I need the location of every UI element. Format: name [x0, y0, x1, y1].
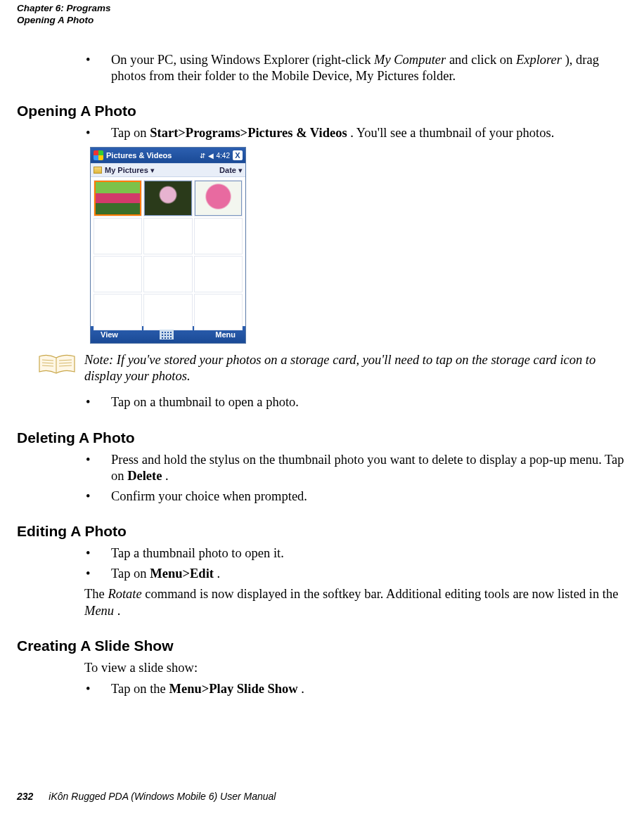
- bullet-list: • Press and hold the stylus on the thumb…: [84, 452, 627, 505]
- paragraph: To view a slide show:: [84, 660, 627, 677]
- bullet-dot: •: [84, 452, 111, 484]
- section-heading-6-10-2: 6.10.2 Opening A Photo: [17, 103, 627, 119]
- bullet-list: • Tap on a thumbnail to open a photo.: [84, 394, 627, 410]
- text: . You'll see a thumbnail of your photos.: [350, 126, 554, 140]
- connectivity-icon: ⇵: [200, 152, 205, 160]
- text: .: [301, 682, 304, 696]
- text: .: [117, 604, 121, 618]
- thumbnail-cell: [143, 256, 192, 292]
- thumbnail-cell: [194, 256, 243, 292]
- clock-text: 4:42: [217, 152, 230, 160]
- list-item: • On your PC, using Windows Explorer (ri…: [84, 52, 627, 84]
- thumbnail-cell: [94, 294, 142, 330]
- section-heading-6-10-5: 6.10.5 Creating A Slide Show: [17, 637, 627, 654]
- thumbnail-grid: [91, 177, 245, 326]
- softkey-menu: Menu: [215, 330, 236, 339]
- note-text: Note: If you've stored your photos on a …: [84, 352, 627, 384]
- list-item: • Tap on Start>Programs>Pictures & Video…: [84, 125, 627, 141]
- open-book-icon: [37, 352, 77, 376]
- text: Tap on: [111, 566, 150, 581]
- text: Tap on: [111, 126, 150, 140]
- note-block: Note: If you've stored your photos on a …: [37, 352, 627, 384]
- bold-text: Menu>Edit: [150, 566, 214, 581]
- text: .: [217, 566, 221, 581]
- paragraph: The Rotate command is now displayed in t…: [84, 586, 627, 619]
- emphasis: Explorer: [516, 53, 562, 67]
- bullet-dot: •: [84, 681, 111, 697]
- thumbnail-cell: [143, 294, 192, 330]
- bold-text: Delete: [127, 469, 162, 483]
- bullet-list: • Tap on the Menu>Play Slide Show .: [84, 681, 627, 697]
- intro-block: • On your PC, using Windows Explorer (ri…: [84, 52, 627, 84]
- section-6-10-4-body: • Tap a thumbnail photo to open it. • Ta…: [84, 545, 627, 620]
- note-label: Note:: [84, 353, 113, 367]
- bullet-text: Press and hold the stylus on the thumbna…: [111, 452, 627, 484]
- section-title: Creating A Slide Show: [17, 637, 173, 654]
- list-item: • Confirm your choice when prompted.: [84, 488, 627, 505]
- section-heading-6-10-4: 6.10.4 Editing A Photo: [17, 523, 627, 540]
- bullet-text: Tap on a thumbnail to open a photo.: [111, 394, 627, 410]
- thumbnail-cell: [94, 180, 142, 216]
- pda-title-text: Pictures & Videos: [106, 151, 197, 160]
- bullet-text: Tap on Menu>Edit .: [111, 566, 627, 582]
- volume-icon: ◀: [208, 152, 214, 160]
- photo-thumbnail: [195, 181, 242, 216]
- pda-window: Pictures & Videos ⇵ ◀ 4:42 X My Pictures…: [90, 147, 246, 344]
- thumbnail-cell: [143, 218, 192, 254]
- keyboard-icon: [160, 330, 174, 339]
- bullet-list: • Tap on Start>Programs>Pictures & Video…: [84, 125, 627, 141]
- bullet-dot: •: [84, 394, 111, 410]
- section-number: 6.10.4: [0, 523, 17, 540]
- thumbnail-cell: [94, 218, 142, 254]
- thumbnail-cell: [94, 256, 142, 292]
- page-footer: 232 iKôn Rugged PDA (Windows Mobile 6) U…: [17, 791, 276, 802]
- bold-text: Start>Programs>Pictures & Videos: [150, 126, 347, 140]
- emphasis: Menu: [84, 604, 114, 618]
- bullet-dot: •: [84, 566, 111, 582]
- book-title: iKôn Rugged PDA (Windows Mobile 6) User …: [49, 791, 276, 802]
- bullet-dot: •: [84, 52, 111, 84]
- pda-toolbar: My Pictures Date: [91, 163, 245, 177]
- folder-icon: [94, 167, 102, 174]
- page: Chapter 6: Programs Opening A Photo • On…: [0, 0, 644, 816]
- list-item: • Tap on Menu>Edit .: [84, 566, 627, 582]
- close-icon: X: [233, 150, 243, 160]
- section-number: 6.10.5: [0, 637, 17, 654]
- bullet-text: Tap a thumbnail photo to open it.: [111, 545, 627, 562]
- list-item: • Press and hold the stylus on the thumb…: [84, 452, 627, 484]
- section-number: 6.10.2: [0, 103, 17, 119]
- text: .: [165, 469, 169, 483]
- text: The: [84, 587, 108, 601]
- section-6-10-5-body: To view a slide show: • Tap on the Menu>…: [84, 660, 627, 697]
- bullet-dot: •: [84, 125, 111, 141]
- text: On your PC, using Windows Explorer (righ…: [111, 53, 374, 67]
- bold-text: Menu>Play Slide Show: [169, 682, 297, 696]
- section-title: Opening A Photo: [17, 103, 136, 119]
- thumbnail-cell: [194, 180, 243, 216]
- list-item: • Tap on the Menu>Play Slide Show .: [84, 681, 627, 697]
- text: command is now displayed in the softkey …: [145, 587, 618, 601]
- windows-flag-icon: [94, 150, 103, 160]
- bullet-text: Tap on Start>Programs>Pictures & Videos …: [111, 125, 627, 141]
- section-heading-6-10-3: 6.10.3 Deleting A Photo: [17, 429, 627, 446]
- running-header-line1: Chapter 6: Programs: [17, 3, 111, 13]
- list-item: • Tap on a thumbnail to open a photo.: [84, 394, 627, 410]
- bullet-dot: •: [84, 545, 111, 562]
- photo-thumbnail: [144, 181, 191, 216]
- page-number: 232: [17, 791, 33, 802]
- thumbnail-cell: [194, 218, 243, 254]
- section-title: Editing A Photo: [17, 523, 127, 540]
- bullet-dot: •: [84, 488, 111, 505]
- bullet-list: • Tap a thumbnail photo to open it. • Ta…: [84, 545, 627, 582]
- section-6-10-2-body: • Tap on Start>Programs>Pictures & Video…: [84, 125, 627, 411]
- running-header-line2: Opening A Photo: [17, 15, 627, 27]
- emphasis: Rotate: [108, 587, 141, 601]
- folder-dropdown: My Pictures: [105, 166, 155, 175]
- text: and click on: [449, 53, 516, 67]
- pda-titlebar: Pictures & Videos ⇵ ◀ 4:42 X: [91, 148, 245, 163]
- thumbnail-cell: [143, 180, 192, 216]
- photo-thumbnail-selected: [94, 181, 141, 216]
- section-6-10-3-body: • Press and hold the stylus on the thumb…: [84, 452, 627, 505]
- intro-bullets: • On your PC, using Windows Explorer (ri…: [84, 52, 627, 84]
- bullet-text: Tap on the Menu>Play Slide Show .: [111, 681, 627, 697]
